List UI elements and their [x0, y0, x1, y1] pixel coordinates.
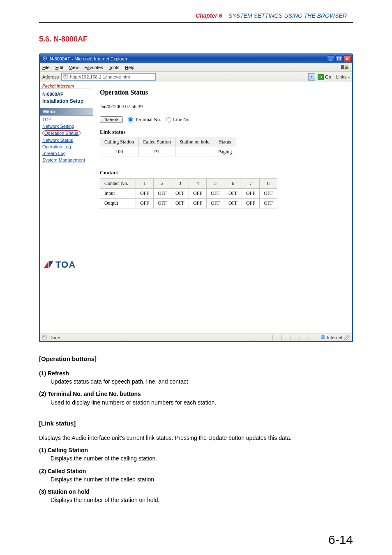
refresh-button[interactable]: Refresh	[100, 116, 123, 123]
contact-head-0: Contact No.	[100, 179, 136, 189]
maximize-button[interactable]	[335, 56, 343, 62]
address-dropdown[interactable]: ▾	[308, 73, 315, 81]
contact-row-input: Input OFF OFF OFF OFF OFF OFF OFF OFF	[100, 189, 277, 199]
sidebar-item-network-setting[interactable]: Network Setting	[42, 124, 74, 129]
chapter-title: SYSTEM SETTINGS USING THE BROWSER	[228, 12, 347, 19]
sidebar-item-stream-log[interactable]: Stream Log	[42, 151, 66, 156]
ls1-title: (1) Calling Station	[39, 446, 353, 454]
contact-head-4: 4	[189, 179, 207, 189]
contact-head-5: 5	[207, 179, 224, 189]
contact-head-2: 2	[154, 179, 171, 189]
header-rule	[39, 22, 353, 23]
url-text: http://192.168.1.1/index-e.htm	[70, 74, 130, 79]
resize-grip-icon	[344, 335, 350, 340]
contact-title: Contact	[100, 169, 346, 176]
window-titlebar: N-8000AF - Microsoft Internet Explorer	[40, 54, 352, 63]
address-label: Address	[42, 74, 59, 79]
link-status-title: Link status	[100, 129, 346, 135]
article-text: [Operation buttons] (1) Refresh Updates …	[39, 354, 353, 504]
window-title: N-8000AF - Microsoft Internet Explorer	[50, 56, 127, 61]
sidebar-item-operation-log[interactable]: Operation Log	[42, 144, 71, 149]
ls3-title: (3) Station on hold	[39, 488, 353, 496]
status-bar: Done Internet	[40, 333, 352, 341]
page-title: Operation Status	[100, 89, 346, 96]
radio-terminal-input[interactable]	[128, 117, 133, 123]
go-label: Go	[325, 74, 331, 79]
menu-file[interactable]: File	[42, 65, 50, 70]
content-pane: Operation Status Jan/07/2004 07:56:39 Re…	[93, 82, 352, 333]
link-head-status: Status	[214, 137, 236, 147]
link-cell-hold: -	[175, 147, 214, 157]
svg-marker-6	[49, 261, 53, 268]
link-head-hold: Station on hold	[175, 137, 214, 147]
link-cell-called: P1	[138, 147, 175, 157]
opbuttons-heading: [Operation buttons]	[39, 354, 353, 363]
link-cell-status: Paging	[214, 147, 236, 157]
menu-tools[interactable]: Tools	[109, 65, 120, 70]
link-head-called: Called Station	[138, 137, 175, 147]
go-icon: ➔	[318, 74, 324, 80]
link-cell-calling: 100	[100, 147, 138, 157]
ls1-body: Displays the number of the calling stati…	[39, 454, 353, 462]
done-icon	[42, 335, 47, 340]
contact-head-8: 8	[260, 179, 277, 189]
sidebar-item-system-management[interactable]: System Management	[42, 157, 85, 162]
svg-rect-2	[337, 57, 341, 60]
svg-rect-1	[329, 60, 332, 60]
timestamp: Jan/07/2004 07:56:39	[100, 104, 346, 110]
contact-table: Contact No. 1 2 3 4 5 6 7 8 Input	[100, 178, 277, 208]
browser-window: N-8000AF - Microsoft Internet Explorer F…	[39, 53, 353, 342]
page-icon	[63, 74, 68, 80]
sidebar-item-network-status[interactable]: Network Status	[42, 138, 73, 143]
sidebar-item-operation-status-highlight: Operation Status	[42, 130, 81, 136]
contact-head-1: 1	[136, 179, 154, 189]
section-heading: 5.6. N-8000AF	[39, 35, 392, 44]
status-boxes	[272, 335, 318, 340]
contact-head-3: 3	[171, 179, 189, 189]
status-done: Done	[49, 335, 60, 340]
toa-text: TOA	[55, 259, 76, 270]
contact-head-7: 7	[242, 179, 260, 189]
contact-row-output: Output OFF OFF OFF OFF OFF OFF OFF OFF	[100, 199, 277, 208]
sidebar-item-top[interactable]: TOP	[42, 117, 51, 122]
ls2-body: Displays the number of the called statio…	[39, 475, 353, 483]
menu-help[interactable]: Help	[125, 65, 134, 70]
menu-edit[interactable]: Edit	[55, 65, 63, 70]
radio-line-label: Line No.	[173, 117, 191, 123]
status-zone-text: Internet	[327, 335, 342, 340]
opb1-body: Updates status data for speech path, lin…	[39, 377, 353, 386]
ls3-body: Displays the number of the station on ho…	[39, 496, 353, 504]
toa-logo: TOA	[43, 259, 93, 270]
windows-flag-icon	[341, 64, 350, 71]
linkstatus-intro: Displays the Audio interface unit's curr…	[39, 434, 353, 442]
radio-terminal-no[interactable]: Terminal No.	[128, 117, 161, 123]
go-button[interactable]: ➔ Go	[318, 74, 331, 80]
chapter-heading: Chapter 6 SYSTEM SETTINGS USING THE BROW…	[0, 0, 392, 22]
link-head-calling: Calling Station	[100, 137, 138, 147]
chapter-label: Chapter 6	[196, 12, 222, 19]
radio-line-no[interactable]: Line No.	[166, 117, 191, 123]
menu-header: Menu	[40, 108, 93, 116]
model-label: N-8000AF	[40, 91, 93, 97]
close-button[interactable]	[344, 56, 351, 62]
svg-marker-5	[44, 261, 48, 268]
page-number: 6-14	[328, 533, 353, 547]
brand-stripe	[40, 88, 93, 89]
menu-favorites[interactable]: Favorites	[84, 65, 103, 70]
ls2-title: (2) Called Station	[39, 467, 353, 475]
menu-view[interactable]: View	[69, 65, 79, 70]
internet-zone-icon	[321, 335, 325, 340]
radio-terminal-label: Terminal No.	[135, 117, 161, 123]
sidebar-item-operation-status[interactable]: Operation Status	[44, 131, 78, 136]
contact-head-6: 6	[224, 179, 242, 189]
opb1-title: (1) Refresh	[39, 369, 353, 377]
link-status-table: Calling Station Called Station Station o…	[100, 137, 236, 157]
radio-line-input[interactable]	[166, 117, 171, 123]
address-input[interactable]: http://192.168.1.1/index-e.htm	[61, 73, 156, 81]
linkstatus-heading: [Link status]	[39, 419, 353, 428]
setup-label: Installation Setup	[40, 97, 93, 108]
opb2-title: (2) Terminal No. and Line No. buttons	[39, 390, 353, 398]
minimize-button[interactable]	[327, 56, 334, 62]
address-bar: Address http://192.168.1.1/index-e.htm ▾…	[40, 72, 352, 82]
links-button[interactable]: Links »	[336, 74, 350, 79]
